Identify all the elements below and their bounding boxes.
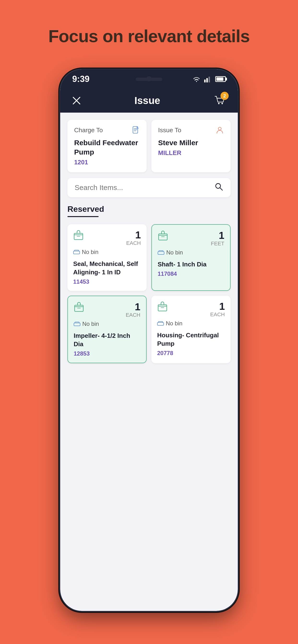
item-qty: 1 (126, 230, 141, 240)
item-qty: 1 (210, 302, 225, 312)
item-qty-block: 1 EACH (126, 302, 140, 318)
item-name: Housing- Centrifugal Pump (157, 331, 225, 348)
item-name: Impeller- 4-1/2 Inch Dia (74, 332, 140, 348)
svg-rect-12 (73, 251, 80, 254)
item-qty-block: 1 FEET (211, 230, 224, 247)
close-icon (71, 95, 82, 106)
item-name: Seal, Mechanical, Self Aligning- 1 In ID (73, 260, 141, 276)
issue-to-card[interactable]: Issue To Steve Miller MILLER (152, 120, 231, 172)
item-unit: EACH (126, 240, 141, 246)
svg-point-6 (221, 103, 223, 104)
item-bin: No bin (73, 249, 141, 256)
phone-speaker (135, 78, 163, 81)
issue-card-title: Steve Miller (158, 138, 224, 147)
search-bar (67, 178, 231, 197)
person-icon (216, 126, 224, 134)
svg-rect-2 (209, 77, 210, 82)
charge-card-label: Charge To (74, 126, 103, 134)
cards-row: Charge To Rebuild Feedwater Pump 1201 Is… (67, 120, 231, 172)
charge-card-header: Charge To (74, 126, 140, 134)
issue-card-subtitle: MILLER (158, 149, 224, 157)
item-qty: 1 (126, 302, 140, 312)
cart-badge: 2 (221, 92, 229, 100)
item-code: 117084 (158, 270, 224, 277)
item-bin: No bin (74, 320, 140, 327)
issue-card-label: Issue To (158, 126, 181, 134)
item-qty: 1 (211, 230, 224, 240)
issue-card-header: Issue To (158, 126, 224, 134)
item-qty-block: 1 EACH (210, 302, 225, 318)
search-input[interactable] (75, 184, 214, 192)
item-card-top: 1 EACH (73, 230, 141, 246)
item-card-top: 1 EACH (157, 302, 225, 318)
svg-rect-1 (206, 78, 208, 82)
item-name: Shaft- 1 Inch Dia (158, 260, 224, 268)
charge-to-card[interactable]: Charge To Rebuild Feedwater Pump 1201 (67, 120, 146, 172)
items-grid: 1 EACH No bin Seal, Mechanical, Self Ali… (67, 224, 231, 363)
bin-label: No bin (82, 249, 98, 256)
box-icon (157, 302, 168, 312)
signal-icon (204, 76, 212, 82)
status-icons (192, 76, 226, 82)
svg-rect-14 (158, 252, 164, 254)
item-qty-block: 1 EACH (126, 230, 141, 246)
svg-point-9 (216, 184, 221, 188)
charge-card-title: Rebuild Feedwater Pump (74, 138, 140, 157)
search-icon[interactable] (214, 182, 223, 193)
charge-card-subtitle: 1201 (74, 158, 140, 166)
item-bin: No bin (157, 320, 225, 327)
svg-point-8 (218, 127, 221, 130)
item-card-top: 1 FEET (158, 230, 224, 247)
item-code: 11453 (73, 278, 141, 285)
item-unit: EACH (126, 312, 140, 318)
item-code: 12853 (74, 350, 140, 357)
bin-icon (158, 250, 164, 255)
box-icon (158, 230, 168, 241)
svg-rect-0 (204, 80, 206, 82)
app-bar-title: Issue (134, 95, 160, 106)
item-card[interactable]: 1 EACH No bin Impeller- 4-1/2 Inch Dia 1… (67, 296, 146, 363)
svg-rect-16 (74, 323, 80, 326)
phone-frame: 9:39 (60, 70, 238, 611)
section-underline (67, 216, 99, 217)
svg-rect-18 (158, 322, 164, 325)
item-card[interactable]: 1 FEET No bin Shaft- 1 Inch Dia 117084 (152, 224, 231, 291)
wifi-icon (192, 76, 201, 82)
main-content: Charge To Rebuild Feedwater Pump 1201 Is… (60, 112, 238, 370)
bin-icon (73, 250, 80, 254)
document-icon (132, 126, 140, 134)
box-icon (74, 302, 84, 312)
item-card[interactable]: 1 EACH No bin Housing- Centrifugal Pump … (152, 296, 231, 363)
item-code: 20778 (157, 350, 225, 356)
svg-point-5 (218, 103, 220, 104)
item-bin: No bin (158, 249, 224, 256)
item-unit: FEET (211, 240, 224, 247)
bin-label: No bin (166, 320, 182, 327)
cart-button[interactable]: 2 (211, 92, 228, 109)
item-card[interactable]: 1 EACH No bin Seal, Mechanical, Self Ali… (67, 224, 146, 291)
battery-icon (215, 76, 226, 82)
bin-icon (74, 322, 80, 326)
section-label: Reserved (67, 204, 231, 214)
box-icon (73, 230, 84, 240)
screen: 9:39 (60, 70, 238, 611)
bin-label: No bin (82, 320, 99, 327)
bin-label: No bin (166, 249, 183, 256)
svg-line-10 (220, 188, 222, 190)
bin-icon (157, 321, 164, 326)
item-unit: EACH (210, 312, 225, 318)
close-button[interactable] (70, 94, 83, 107)
item-card-top: 1 EACH (74, 302, 140, 318)
page-title: Focus on relevant details (0, 26, 298, 46)
status-time: 9:39 (72, 74, 89, 84)
app-bar: Issue 2 (60, 89, 238, 112)
